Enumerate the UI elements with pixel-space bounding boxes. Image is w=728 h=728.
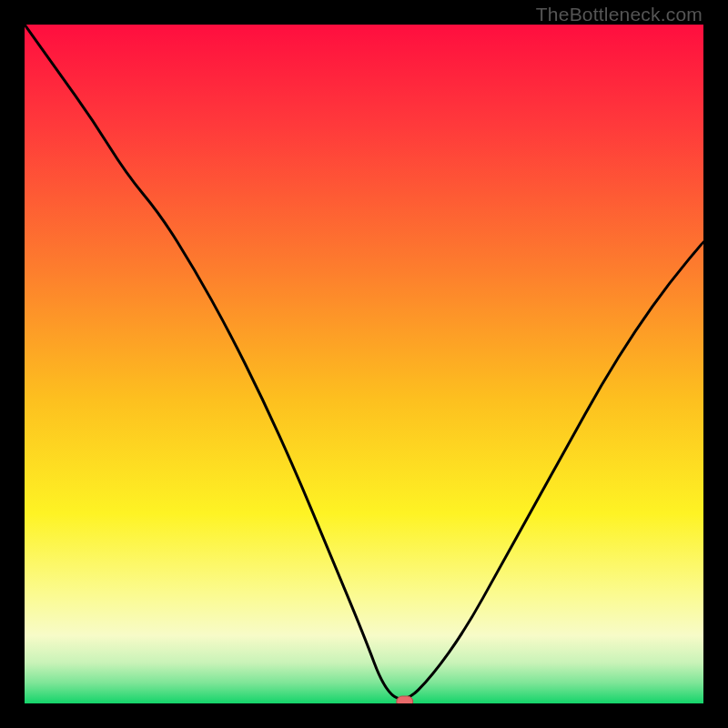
watermark-text: TheBottleneck.com [536,4,703,25]
optimum-marker [397,696,413,703]
chart-frame [25,25,703,703]
gradient-background [25,25,703,703]
chart-svg [25,25,703,703]
